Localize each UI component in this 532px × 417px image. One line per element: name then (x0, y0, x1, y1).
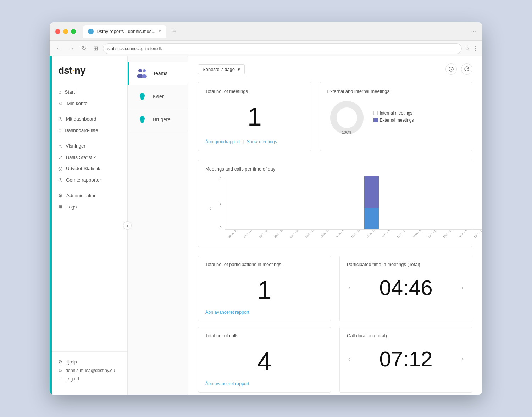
sidebar-item-visninger[interactable]: △ Visninger (50, 140, 127, 151)
bars-inner (225, 177, 482, 230)
total-calls-title: Total no. of calls (205, 333, 323, 338)
sidebar-item-administration[interactable]: ⚙ Administration (50, 190, 127, 201)
bar-chart: 4 2 0 06:30 - 07:0007:30 - 08:0008:00 - … (220, 177, 482, 240)
sidebar-collapse-button[interactable]: ‹ (123, 221, 132, 230)
tab-close-button[interactable]: ✕ (158, 29, 161, 34)
show-meetings-link[interactable]: Show meetings (246, 139, 277, 144)
sidebar-item-mit-dashboard[interactable]: ◎ Mit dashboard (50, 113, 127, 124)
total-calls-value: 4 (205, 343, 323, 380)
sub-item-teams[interactable]: Teams (128, 62, 188, 85)
sidebar-item-logs[interactable]: ▣ Logs (50, 201, 127, 212)
menu-icon[interactable]: ⋮ (472, 45, 478, 52)
sub-sidebar: Teams Køer Brugere (128, 56, 188, 395)
tab-title: Dstny reports - dennis.mus... (96, 29, 155, 34)
browser-toolbar: ← → ↻ ⊞ statistics.connect.gunsten.dk ☆ … (50, 41, 482, 56)
sub-item-teams-label: Teams (153, 71, 167, 76)
legend-item-external: External meetings (373, 118, 414, 123)
sidebar-label-dashboard-liste: Dashboard-liste (65, 128, 98, 133)
participated-time-title: Participated time in meetings (Total) (347, 262, 465, 267)
bar-group (364, 176, 379, 229)
sidebar-item-udvidet-statistik[interactable]: ◎ Udvidet Statistik (50, 163, 127, 174)
call-duration-card: Call duration (Total) ‹ 07:12 › (339, 327, 472, 393)
svg-point-5 (333, 104, 360, 131)
sidebar-item-min-konto[interactable]: ☺ Min konto (50, 98, 127, 109)
meetings-row: Total no. of meetings 1 Åbn grundrapport… (198, 82, 472, 151)
time-prev-arrow[interactable]: ‹ (347, 283, 352, 293)
browser-tab[interactable]: Dstny reports - dennis.mus... ✕ (83, 25, 166, 38)
participations-card: Total no. of participations in meetings … (198, 256, 331, 321)
x-axis-label: 15:00 - 15:30 (473, 230, 482, 240)
new-tab-button[interactable]: + (169, 27, 179, 37)
x-axis-label: 06:30 - 07:00 (228, 230, 245, 240)
extensions-button[interactable]: ⊞ (91, 44, 100, 53)
bookmark-icon[interactable]: ☆ (465, 45, 470, 52)
x-axis-label: 08:30 - 09:00 (274, 230, 291, 240)
bar (364, 176, 379, 229)
open-avanceret-rapport-link-2[interactable]: Åbn avanceret rapport (205, 381, 249, 386)
sidebar-label-visninger: Visninger (66, 143, 85, 149)
participations-row: Total no. of participations in meetings … (198, 256, 472, 321)
donut-container: 100% Internal meetings External meetings (327, 98, 465, 137)
external-legend-dot (373, 118, 378, 122)
x-axis-label: 13:30 - 14:00 (427, 230, 444, 240)
chart-prev-button[interactable]: ‹ (205, 204, 215, 213)
main-header: Seneste 7 dage ▾ (198, 63, 472, 75)
sidebar-item-gemte-rapporter[interactable]: ◎ Gemte rapporter (50, 174, 127, 185)
maximize-button[interactable] (71, 29, 76, 34)
list-icon: ≡ (58, 127, 61, 133)
external-legend-label: External meetings (380, 118, 414, 123)
open-avanceret-rapport-link-1[interactable]: Åbn avanceret rapport (205, 310, 249, 315)
legend-item-internal: Internal meetings (373, 111, 414, 116)
log-ud-label: Log ud (66, 377, 79, 382)
participations-title: Total no. of participations in meetings (205, 262, 323, 267)
x-axis-label: 10:30 - 11:00 (335, 230, 352, 240)
logo-text: dst·ny (58, 65, 85, 76)
user-email-icon: ☺ (58, 368, 63, 373)
save-icon: ◎ (58, 177, 62, 183)
address-bar[interactable]: statistics.connect.gunsten.dk (103, 43, 462, 54)
sub-item-brugere[interactable]: Brugere (128, 108, 188, 131)
x-axis-label: 13:00 - 13:30 (412, 230, 429, 240)
participated-time-card: Participated time in meetings (Total) ‹ … (339, 256, 472, 321)
time-next-arrow[interactable]: › (460, 283, 465, 293)
sidebar-label-udvidet-statistik: Udvidet Statistik (66, 166, 100, 171)
sub-item-koer[interactable]: Køer (128, 85, 188, 108)
period-select[interactable]: Seneste 7 dage ▾ (198, 64, 245, 74)
browser-spacer: ⋯ (471, 28, 477, 35)
back-button[interactable]: ← (54, 44, 64, 53)
sidebar-bottom: ⚙ Hjælp ☺ dennis.musa@destiny.eu → Log u… (50, 351, 127, 389)
x-axis-label: 14:00 - 14:30 (443, 230, 460, 240)
x-axis-labels: 06:30 - 07:0007:30 - 08:0008:00 - 08:300… (225, 230, 482, 240)
user-icon: ☺ (58, 100, 63, 106)
reload-button[interactable]: ↻ (79, 44, 88, 53)
clock-icon-button[interactable] (445, 63, 457, 75)
sidebar-item-start[interactable]: ⌂ Start (50, 86, 127, 98)
sidebar-item-hjaelp[interactable]: ⚙ Hjælp (58, 357, 119, 366)
minimize-button[interactable] (63, 29, 68, 34)
sidebar-label-mit-dashboard: Mit dashboard (66, 116, 96, 122)
x-axis-label: 09:00 - 09:30 (289, 230, 306, 240)
open-grundrapport-link[interactable]: Åbn grundrapport (205, 139, 240, 144)
donut-chart: 100% (327, 98, 366, 137)
x-axis-label: 08:00 - 08:30 (259, 230, 276, 240)
chart-yaxis: 4 2 0 (220, 177, 225, 230)
period-label: Seneste 7 dage (203, 67, 235, 72)
duration-next-arrow[interactable]: › (460, 354, 465, 364)
home-icon: ⌂ (58, 89, 61, 95)
duration-prev-arrow[interactable]: ‹ (347, 354, 352, 364)
sidebar-label-start: Start (65, 89, 75, 95)
sidebar-item-log-ud[interactable]: → Log ud (58, 375, 119, 383)
donut-percent-label: 100% (342, 130, 351, 134)
y-label-2: 2 (220, 201, 222, 205)
logout-icon: → (58, 377, 63, 382)
svg-point-0 (138, 69, 142, 72)
sidebar-item-basis-statistik[interactable]: ↗ Basis Statistik (50, 151, 127, 163)
close-button[interactable] (55, 29, 60, 34)
refresh-icon-button[interactable] (461, 63, 472, 75)
ext-int-title: External and internal meetings (327, 89, 465, 94)
x-axis-label: 09:30 - 10:00 (305, 230, 322, 240)
sidebar-item-dashboard-liste[interactable]: ≡ Dashboard-liste (50, 124, 127, 136)
sidebar-item-user-email[interactable]: ☺ dennis.musa@destiny.eu (58, 366, 119, 375)
calls-chart-card: Meetings and calls per time of day ‹ 4 2… (198, 160, 472, 247)
forward-button[interactable]: → (67, 44, 77, 53)
